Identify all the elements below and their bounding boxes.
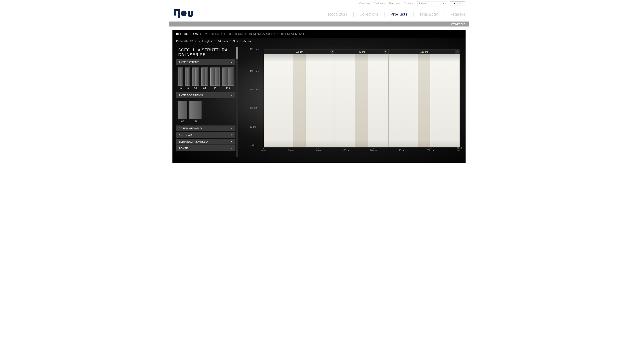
sidebar-title: SCEGLI LA STRUTTURA DA INSERIRE bbox=[176, 47, 235, 59]
nav-mood-2017[interactable]: Mood 2017 bbox=[322, 12, 354, 16]
x-tick: 50 cm bbox=[288, 148, 294, 152]
chevron-up-icon: ▲ bbox=[231, 94, 233, 96]
chevron-down-icon: ▼ bbox=[231, 127, 233, 130]
acc-head-scorrevoli[interactable]: ANTE SCORREVOLI ▲ bbox=[176, 92, 235, 98]
x-tick: 250 cm bbox=[398, 148, 404, 152]
axis-y-line bbox=[263, 49, 263, 148]
acc-head-battenti[interactable]: ANTE BATTENTI ▲ bbox=[176, 59, 235, 65]
breadcrumb-bar: Wardrobes bbox=[169, 22, 469, 26]
ruler-x: 0 cm 50 cm 100 cm 150 cm 200 cm 250 cm 3… bbox=[264, 148, 460, 154]
nav-retailers[interactable]: Retailers bbox=[444, 12, 465, 16]
unit-toggle: Cm inch bbox=[450, 1, 465, 6]
sidebar-scrollbar[interactable] bbox=[236, 47, 238, 157]
battenti-option-96[interactable]: 96 bbox=[210, 68, 220, 90]
main-nav: Mood 2017 Collections Products Total Bod… bbox=[198, 12, 465, 16]
height-label: Altezza bbox=[232, 40, 241, 43]
module-2[interactable]: 96 cm ✕ bbox=[335, 49, 389, 148]
nav-total-body[interactable]: Total Body bbox=[414, 12, 444, 16]
chevron-right-icon: > bbox=[245, 32, 247, 36]
unit-cm[interactable]: Cm bbox=[450, 2, 457, 5]
step-01-struttura[interactable]: 01 STRUTTURA bbox=[176, 32, 198, 36]
close-icon[interactable]: ✕ bbox=[455, 50, 459, 54]
x-tick: 150 cm bbox=[343, 148, 350, 152]
module-3[interactable]: 128 cm ✕ bbox=[389, 49, 460, 148]
y-tick: 50 cm bbox=[250, 126, 258, 128]
close-icon[interactable]: ✕ bbox=[384, 50, 387, 54]
chevron-right-icon: > bbox=[277, 32, 279, 36]
y-tick: 150 cm bbox=[250, 88, 259, 91]
x-tick: 0 cm bbox=[261, 148, 266, 152]
nav-collections[interactable]: Collections bbox=[354, 12, 385, 16]
canvas: 259 cm 200 cm 150 cm 100 cm 50 cm 0 cm 0… bbox=[241, 47, 462, 157]
module-tab: 128 cm ✕ bbox=[264, 49, 335, 54]
dimensions-readout: Profondità: 63 cm / Lunghezza: 354.5 cm … bbox=[172, 38, 466, 44]
length-label: Lunghezza bbox=[202, 40, 215, 43]
language-select[interactable]: Italian ▾ bbox=[417, 1, 446, 6]
svg-rect-2 bbox=[178, 9, 180, 18]
battenti-option-64a[interactable]: 64 bbox=[192, 68, 199, 90]
chevron-up-icon: ▲ bbox=[231, 61, 233, 63]
top-link-sleepwell[interactable]: Sleep well bbox=[389, 2, 400, 5]
breadcrumb-label[interactable]: Wardrobes bbox=[451, 22, 465, 26]
language-value: Italian bbox=[419, 2, 426, 5]
acc-body-battenti: 48 48 64 64 bbox=[176, 66, 235, 92]
module-width-label: 96 cm bbox=[359, 50, 365, 53]
chevron-down-icon: ▼ bbox=[231, 140, 233, 143]
close-icon[interactable]: ✕ bbox=[331, 50, 334, 54]
depth-value: 63 cm bbox=[190, 40, 197, 43]
unit-inch[interactable]: inch bbox=[457, 2, 465, 5]
scorrevoli-option-128[interactable]: 128 bbox=[189, 101, 201, 123]
nav-products[interactable]: Products bbox=[385, 12, 414, 16]
acc-head-cabina[interactable]: CABINA ARMADIO ▼ bbox=[176, 126, 235, 131]
module-tab: 128 cm ✕ bbox=[389, 49, 460, 54]
battenti-option-48b[interactable]: 48 bbox=[185, 68, 190, 90]
top-link-contacts[interactable]: Contacts bbox=[404, 2, 414, 5]
y-tick: 200 cm bbox=[250, 70, 259, 72]
acc-head-terminali[interactable]: TERMINALI A SMUSSO ▼ bbox=[176, 139, 235, 144]
depth-label: Profondità bbox=[176, 40, 188, 43]
chevron-down-icon: ▾ bbox=[443, 2, 444, 5]
length-value: 354.5 cm bbox=[217, 40, 228, 43]
step-05-preventivo[interactable]: 05 PREVENTIVO bbox=[281, 32, 304, 36]
brand-logo[interactable] bbox=[173, 8, 198, 20]
y-tick: 0 cm bbox=[250, 144, 257, 146]
chevron-right-icon: > bbox=[200, 32, 201, 36]
acc-head-angolari[interactable]: ANGOLARI ▼ bbox=[176, 132, 235, 138]
chevron-down-icon: ▼ bbox=[231, 134, 233, 136]
chevron-down-icon: ▼ bbox=[231, 147, 233, 150]
battenti-option-128[interactable]: 128 bbox=[222, 68, 234, 90]
scrollbar-thumb[interactable] bbox=[236, 47, 238, 58]
wardrobe-area[interactable]: 128 cm ✕ 96 cm ✕ bbox=[264, 49, 460, 148]
battenti-option-64b[interactable]: 64 bbox=[201, 68, 208, 90]
y-tick: 259 cm bbox=[250, 48, 259, 50]
module-width-label: 128 cm bbox=[295, 50, 303, 53]
ruler-y: 259 cm 200 cm 150 cm 100 cm 50 cm 0 cm bbox=[250, 49, 262, 145]
step-04-attrezzatura[interactable]: 04 ATTREZZATURA bbox=[249, 32, 275, 36]
sidebar: SCEGLI LA STRUTTURA DA INSERIRE ANTE BAT… bbox=[176, 47, 238, 157]
chevron-right-icon: > bbox=[224, 32, 225, 36]
height-value: 259 cm bbox=[243, 40, 252, 43]
module-tab: 96 cm ✕ bbox=[335, 49, 389, 54]
step-02-esterno[interactable]: 02 ESTERNO bbox=[204, 32, 222, 36]
header: Mood 2017 Collections Products Total Bod… bbox=[169, 7, 469, 22]
step-03-interni[interactable]: 03 INTERNI bbox=[228, 32, 243, 36]
step-nav: 01 STRUTTURA > 02 ESTERNO > 03 INTERNI >… bbox=[172, 30, 466, 38]
x-tick: 100 cm bbox=[315, 148, 322, 152]
battenti-option-48a[interactable]: 48 bbox=[178, 68, 183, 90]
y-tick: 100 cm bbox=[250, 106, 259, 109]
acc-body-scorrevoli: 96 128 bbox=[176, 99, 235, 125]
module-1[interactable]: 128 cm ✕ bbox=[264, 49, 335, 148]
x-tick: 300 cm bbox=[427, 148, 434, 152]
configurator-wrap: 01 STRUTTURA > 02 ESTERNO > 03 INTERNI >… bbox=[169, 26, 469, 166]
top-link-designers[interactable]: Designers bbox=[374, 2, 385, 5]
acc-head-ponte[interactable]: PONTE ▼ bbox=[176, 145, 235, 151]
x-tick: 200 cm bbox=[370, 148, 377, 152]
scorrevoli-option-96[interactable]: 96 bbox=[178, 101, 187, 123]
module-width-label: 128 cm bbox=[420, 50, 428, 53]
top-link-company[interactable]: Company bbox=[360, 2, 370, 5]
configurator: 01 STRUTTURA > 02 ESTERNO > 03 INTERNI >… bbox=[172, 30, 466, 163]
topbar: Company Designers Sleep well Contacts It… bbox=[169, 0, 469, 7]
